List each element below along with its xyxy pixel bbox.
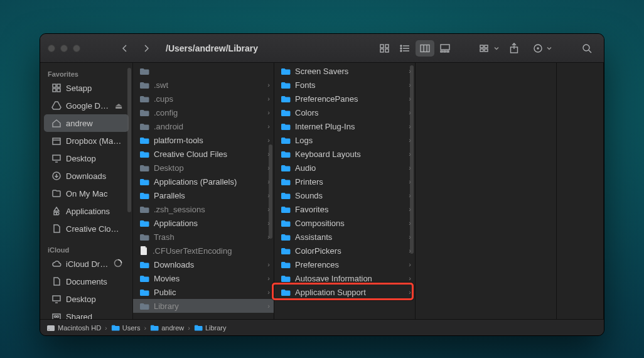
column-2-row[interactable]: Application Support› (274, 285, 415, 299)
column-1-scrollbar[interactable] (269, 144, 272, 239)
forward-button[interactable] (137, 40, 156, 57)
path-segment-label: Library (205, 324, 227, 332)
toolbar: /Users/andrew/Library (40, 34, 604, 63)
view-columns-button[interactable] (416, 40, 434, 57)
row-label: Keyboard Layouts (295, 149, 406, 159)
sidebar-item-icloud-drive[interactable]: iCloud Drive (44, 255, 129, 273)
sidebar-item-on-my-mac[interactable]: On My Mac (44, 185, 129, 202)
row-label: Applications (154, 219, 265, 228)
sidebar-item-documents[interactable]: Documents (44, 273, 129, 290)
column-1-row[interactable]: .zsh_sessions› (133, 202, 274, 216)
sidebar-item-desktop[interactable]: Desktop (44, 290, 129, 308)
column-2-row[interactable]: ColorPickers› (274, 244, 415, 258)
column-2-row[interactable]: Screen Savers› (274, 64, 415, 78)
column-1-row[interactable]: .config› (133, 106, 274, 119)
row-label: Internet Plug-Ins (295, 122, 406, 131)
chevron-right-icon: › (409, 274, 411, 282)
zoom-dot[interactable] (73, 45, 80, 52)
row-label: Creative Cloud Files (154, 149, 265, 159)
sidebar-scrollbar[interactable] (127, 68, 131, 212)
folder-icon (139, 261, 149, 268)
column-1-row[interactable]: Downloads› (133, 258, 274, 271)
column-1-row[interactable]: Library› (133, 299, 274, 313)
column-2-row[interactable]: PreferencePanes› (274, 92, 415, 106)
row-label: Trash (154, 232, 265, 242)
column-1-row[interactable]: Trash› (133, 230, 274, 244)
column-2-row[interactable]: Fonts› (274, 78, 415, 92)
sidebar-item-label: Desktop (66, 154, 96, 163)
folder-icon (281, 178, 291, 185)
minimize-dot[interactable] (60, 45, 68, 52)
column-1-row[interactable] (133, 64, 274, 78)
column-2-row[interactable]: Keyboard Layouts› (274, 147, 415, 161)
column-2-row[interactable]: Assistants› (274, 230, 415, 244)
view-icons-button[interactable] (375, 40, 394, 57)
sidebar-item-label: andrew (66, 119, 93, 128)
sidebar-item-andrew[interactable]: andrew (44, 114, 129, 132)
eject-icon[interactable]: ⏏ (115, 101, 122, 111)
column-2-row[interactable]: Colors› (274, 106, 415, 119)
view-gallery-button[interactable] (436, 40, 454, 57)
folder-icon (111, 324, 120, 331)
column-1-row[interactable]: platform-tools› (133, 133, 274, 147)
sidebar-item-dropbox-ma-[interactable]: Dropbox (Ma… (44, 132, 129, 149)
back-button[interactable] (115, 40, 134, 57)
column-2-row[interactable]: Audio› (274, 161, 415, 175)
group-button[interactable] (476, 40, 495, 57)
column-1-row[interactable]: .android› (133, 119, 274, 133)
folder-icon (139, 122, 149, 130)
view-switcher (375, 40, 454, 57)
folder-icon (281, 247, 291, 254)
column-1-row[interactable]: Applications (Parallels)› (133, 175, 274, 188)
column-2: Screen Savers›Fonts›PreferencePanes›Colo… (274, 63, 416, 319)
column-1-row[interactable]: Public› (133, 285, 274, 299)
folder-icon (281, 288, 291, 296)
path-segment[interactable]: Library (194, 324, 227, 332)
sidebar-item-applications[interactable]: Applications (44, 202, 129, 220)
sidebar-item-desktop[interactable]: Desktop (44, 149, 129, 167)
folder-icon (281, 261, 291, 268)
sidebar-item-creative-clou-[interactable]: Creative Clou… (44, 220, 129, 237)
row-label: Autosave Information (295, 274, 406, 283)
column-1-row[interactable]: .cups› (133, 92, 274, 106)
sidebar-item-google-dr-[interactable]: Google Dr… ⏏ (44, 97, 129, 114)
column-2-row[interactable]: Printers› (274, 175, 415, 188)
column-2-row[interactable]: Compositions› (274, 216, 415, 230)
column-1-row[interactable]: .swt› (133, 78, 274, 92)
folder-icon (194, 324, 203, 331)
close-dot[interactable] (48, 45, 55, 52)
column-1-row[interactable]: Movies› (133, 271, 274, 285)
column-2-row[interactable]: Sounds› (274, 188, 415, 202)
row-label: Downloads (154, 260, 265, 269)
sidebar-item-setapp[interactable]: Setapp (44, 79, 129, 97)
sidebar-item-label: Downloads (66, 171, 106, 181)
view-list-button[interactable] (395, 40, 414, 57)
doc-icon (51, 224, 62, 234)
columns-view: .swt›.cups›.config›.android›platform-too… (133, 63, 604, 319)
path-segment[interactable]: Users (111, 324, 141, 332)
column-2-row[interactable]: Internet Plug-Ins› (274, 119, 415, 133)
column-1-row[interactable]: .CFUserTextEncoding (133, 244, 274, 258)
column-2-scrollbar[interactable] (410, 65, 414, 254)
column-1-row[interactable]: Creative Cloud Files› (133, 147, 274, 161)
row-label: .cups (154, 94, 265, 104)
column-2-row[interactable]: Favorites› (274, 202, 415, 216)
sidebar-item-label: Google Dr… (66, 101, 110, 111)
search-button[interactable] (577, 40, 596, 57)
row-label: Application Support (295, 288, 406, 297)
path-segment[interactable]: Macintosh HD (46, 323, 101, 332)
row-label: .android (154, 122, 265, 131)
column-1-row[interactable]: Desktop› (133, 161, 274, 175)
column-1-row[interactable]: Applications› (133, 216, 274, 230)
path-segment[interactable]: andrew (150, 324, 184, 332)
sidebar-section-icloud: iCloud (40, 244, 132, 255)
tags-button[interactable] (529, 40, 547, 57)
sidebar-item-downloads[interactable]: Downloads (44, 167, 129, 185)
column-1-row[interactable]: Parallels› (133, 188, 274, 202)
column-2-row[interactable]: Preferences› (274, 258, 415, 271)
sidebar-item-shared[interactable]: Shared (44, 308, 129, 319)
svg-rect-16 (441, 51, 443, 52)
column-2-row[interactable]: Autosave Information› (274, 271, 415, 285)
share-button[interactable] (505, 40, 523, 57)
column-2-row[interactable]: Logs› (274, 133, 415, 147)
